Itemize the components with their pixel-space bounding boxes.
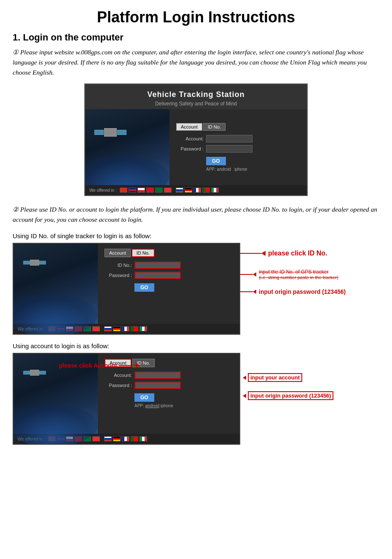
section2-text: ② Please use ID No. or account to login … xyxy=(13,204,379,225)
ann-line-account xyxy=(119,365,136,366)
idno-flag-de[interactable] xyxy=(113,326,121,331)
app-links: APP: android iphone xyxy=(206,167,300,172)
idno-label-idno: ID No.: xyxy=(105,263,132,268)
ann-click-account-wrapper: please click Account xyxy=(59,362,140,369)
idno-tab-idno[interactable]: ID No. xyxy=(132,249,155,257)
account-go-button[interactable]: GO xyxy=(134,393,154,402)
ann-arrowhead-input-idno xyxy=(253,272,256,277)
idno-flag-ru[interactable] xyxy=(104,326,112,331)
earth-glow xyxy=(85,156,169,185)
account-app-links: APP: android iphone xyxy=(134,403,233,408)
acc-flag-fr[interactable] xyxy=(122,436,129,441)
flag-pl[interactable] xyxy=(137,188,145,193)
section1-intro: ① Please input website w.008gps.com on t… xyxy=(13,47,379,78)
sat3-body xyxy=(30,370,39,376)
image-side xyxy=(13,244,98,324)
ann-line-idno xyxy=(240,253,261,254)
flag-sa[interactable] xyxy=(155,188,163,193)
account-heading: Using account to login is as follow: xyxy=(13,342,379,349)
ann-arrowhead-password-idno xyxy=(253,290,256,294)
account-section: Using account to login is as follow: ple… xyxy=(13,342,379,445)
input-password[interactable] xyxy=(206,145,252,153)
ann-label-password-account: input origin password (123456) xyxy=(248,391,333,400)
ann-arrowhead-input-account xyxy=(243,376,246,380)
page-title: Platform Login Instructions xyxy=(13,8,379,26)
ann-input-idno: input the ID No. of GPS tracker (i.e. st… xyxy=(240,269,346,280)
ann-label-click-account: please click Account xyxy=(59,362,117,369)
idno-flag-pt[interactable] xyxy=(131,326,138,331)
flag-no[interactable] xyxy=(164,188,172,193)
section1-heading: 1. Login on the computer xyxy=(13,32,379,43)
idno-go-button[interactable]: GO xyxy=(134,283,154,292)
ann-input-idno-text: input the ID No. of GPS tracker (i.e. st… xyxy=(259,269,338,280)
flag-ru[interactable] xyxy=(176,188,183,193)
flag-tr[interactable] xyxy=(146,188,154,193)
idno-input-password[interactable] xyxy=(134,271,181,279)
form-row-password: Password : xyxy=(176,145,300,153)
sat-solar-right xyxy=(117,130,126,135)
ann-arrow-input-idno xyxy=(240,272,256,277)
ann-arrow-password-account xyxy=(243,394,246,398)
ann-arrow-idno xyxy=(240,251,266,256)
ann-click-idno: please click ID No. xyxy=(240,250,346,257)
login-screen-idno: Account ID No. ID No.: Password : GO We … xyxy=(13,243,240,335)
panel-title: Vehicle Tracking Station xyxy=(94,90,298,99)
sat2-body xyxy=(30,260,39,266)
satellite-3 xyxy=(23,366,46,380)
idno-tab-account[interactable]: Account xyxy=(105,249,131,257)
satellite-graphic xyxy=(94,122,127,143)
flag-gb[interactable] xyxy=(129,188,136,193)
ann-label-input-idno2: (i.e. string number paste in the tracker… xyxy=(259,275,338,280)
earth-glow-2 xyxy=(13,294,98,335)
acc-flag-pt[interactable] xyxy=(131,436,138,441)
account-input-password[interactable] xyxy=(134,382,181,389)
account-form-row-password: Password : xyxy=(105,382,233,389)
acc-flag-no[interactable] xyxy=(92,436,100,441)
idno-flag-fr[interactable] xyxy=(122,326,129,331)
idno-flag-it[interactable] xyxy=(140,326,147,331)
app-android: android xyxy=(145,403,159,408)
tab-row: Account ID No. xyxy=(176,123,300,131)
label-password: Password : xyxy=(176,146,204,151)
go-button[interactable]: GO xyxy=(206,157,226,165)
ann-input-account: input your account xyxy=(243,373,333,382)
idno-label-password: Password : xyxy=(105,273,132,278)
ann-input-password-idno: input origin password (123456) xyxy=(240,288,346,295)
section2-intro: ② Please use ID No. or account to login … xyxy=(13,204,379,225)
ann-label-click-idno: please click ID No. xyxy=(268,250,328,257)
panel-satellite-image xyxy=(85,109,169,185)
ann-line-input-idno xyxy=(240,274,253,275)
acc-flag-it[interactable] xyxy=(140,436,147,441)
flag-cn[interactable] xyxy=(120,188,127,193)
tab-idno[interactable]: ID No. xyxy=(203,123,226,131)
sat2-solar-right xyxy=(39,261,46,264)
acc-flag-de[interactable] xyxy=(113,436,121,441)
idno-input-idno[interactable] xyxy=(134,261,181,269)
flag-fr[interactable] xyxy=(193,188,201,193)
account-input-account[interactable] xyxy=(134,371,181,379)
idno-form-row-idno: ID No.: xyxy=(105,261,233,269)
earth-glow-3 xyxy=(13,404,98,445)
input-account[interactable] xyxy=(206,135,252,142)
acc-flag-ru[interactable] xyxy=(104,436,112,441)
form-side-idno: Account ID No. ID No.: Password : GO xyxy=(98,244,239,324)
ann-arrowhead-idno xyxy=(261,251,266,256)
account-form-row-account: Account: xyxy=(105,371,233,379)
ann-arrowhead-account-right xyxy=(136,363,140,368)
idno-annotations: please click ID No. input the ID No. of … xyxy=(240,243,346,295)
idno-form-row-password: Password : xyxy=(105,271,233,279)
account-label-password: Password : xyxy=(105,383,132,388)
ann-arrow-input-account xyxy=(243,376,246,380)
flag-it[interactable] xyxy=(211,188,219,193)
flags-label: We offered in : xyxy=(89,188,117,193)
flag-de[interactable] xyxy=(185,188,192,193)
flag-pt[interactable] xyxy=(202,188,210,193)
account-panel-wrapper: please click Account Account xyxy=(13,353,379,445)
idno-flag-no[interactable] xyxy=(92,326,100,331)
login-panel-1: Vehicle Tracking Station Delivering Safe… xyxy=(84,83,308,196)
panel-body: Account ID No. Account: Password : GO AP… xyxy=(85,109,307,185)
sat3-solar-left xyxy=(23,371,30,374)
panel-subtitle: Delivering Safety and Peace of Mind xyxy=(94,101,298,107)
tab-account[interactable]: Account xyxy=(176,123,202,131)
satellite-2 xyxy=(23,255,46,270)
